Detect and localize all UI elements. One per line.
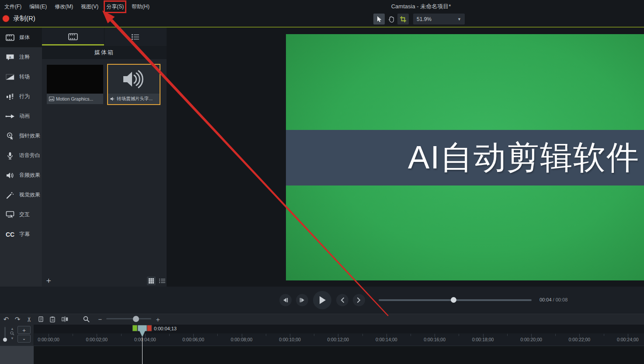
sidebar-item-11[interactable]: CC字幕 (0, 224, 42, 244)
split-button[interactable] (60, 315, 70, 324)
sidebar-item-label: 视觉效果 (19, 191, 40, 199)
ruler-tick (290, 334, 290, 337)
jump-forward-button[interactable] (353, 294, 365, 306)
ruler-marker-strip[interactable] (0, 325, 644, 333)
track-zoom-out-icon[interactable]: ▼ (10, 337, 15, 340)
track-height-slider[interactable] (4, 327, 6, 339)
sidebar-item-label: 行为 (19, 93, 30, 100)
tab-library[interactable] (104, 28, 166, 46)
speaker-icon (110, 97, 115, 101)
total-time: 00:08 (556, 297, 568, 302)
select-tool-button[interactable] (373, 14, 385, 24)
pan-tool-button[interactable] (386, 14, 397, 24)
ruler-label: 0:00:12;00 (327, 337, 349, 342)
record-button-label: 录制(R) (13, 14, 35, 23)
next-frame-button[interactable] (296, 294, 308, 306)
transition-icon (5, 73, 15, 81)
timeline-track-area[interactable] (0, 346, 644, 364)
ruler-tick (121, 334, 122, 336)
menu-item-6[interactable]: 帮助(H) (132, 3, 150, 10)
media-item[interactable]: Motion Graphics... (47, 65, 103, 104)
add-track-button[interactable]: ＋ (17, 326, 31, 334)
grid-view-button[interactable] (147, 276, 156, 285)
cc-icon: CC (5, 230, 15, 239)
timeline-zoom-slider[interactable] (106, 318, 151, 319)
minus-icon: − (98, 316, 102, 322)
track-height-slider-handle[interactable] (3, 338, 7, 342)
menu-item-1[interactable]: 文件(F) (4, 3, 21, 10)
ruler-tick (266, 334, 266, 336)
ruler-label: 0:00:00;00 (38, 337, 59, 342)
scissors-icon: ✂ (25, 316, 32, 322)
menu-item-2[interactable]: 编辑(E) (29, 3, 47, 10)
media-item[interactable]: 转场震撼片头字... (108, 65, 160, 104)
sidebar-item-5[interactable]: 动画 (0, 106, 42, 126)
sidebar-item-label: 媒体 (19, 34, 30, 41)
zoom-in-button[interactable]: ＋ (153, 315, 163, 324)
redo-icon: ↷ (15, 316, 21, 322)
jump-back-button[interactable] (336, 294, 348, 306)
sidebar-item-label: 语音旁白 (19, 152, 40, 159)
track-magnifier-icon (10, 331, 15, 336)
canvas-zoom-dropdown[interactable]: 51.9% ▼ (413, 14, 465, 24)
chevron-down-icon: ⌄ (22, 336, 26, 341)
redo-button[interactable]: ↷ (13, 315, 22, 324)
ruler-tick (242, 334, 242, 337)
ruler-tick (604, 334, 604, 336)
cut-button[interactable]: ✂ (24, 315, 34, 324)
ruler-tick (507, 334, 508, 336)
sidebar-item-7[interactable]: 语音旁白 (0, 146, 42, 165)
ruler-tick (435, 334, 435, 337)
ruler-tick (338, 334, 338, 337)
previous-frame-button[interactable] (279, 294, 292, 306)
sidebar-item-6[interactable]: 指针效果 (0, 126, 42, 146)
copy-button[interactable] (36, 315, 46, 324)
chevron-down-icon: ▼ (457, 17, 461, 21)
sidebar-item-8[interactable]: 音频效果 (0, 165, 42, 185)
media-thumbnail (108, 65, 160, 94)
paste-button[interactable] (48, 315, 57, 324)
zoom-out-button[interactable]: − (95, 315, 105, 324)
ruler-tick (386, 334, 387, 337)
sidebar-item-3[interactable]: 转场 (0, 67, 42, 87)
sidebar-item-2[interactable]: a注释 (0, 47, 42, 67)
step-back-icon (282, 298, 289, 303)
sidebar-item-1[interactable]: 媒体 (0, 28, 42, 47)
sidebar-item-4[interactable]: 行为 (0, 87, 42, 106)
timeline-zoom-slider-handle[interactable] (133, 316, 139, 322)
ruler-tick (217, 334, 218, 336)
record-row (0, 13, 644, 27)
video-title-band: AI自动剪辑软件 (286, 130, 644, 186)
window-title: Camtasia - 未命名项目* (349, 0, 493, 13)
collapse-tracks-button[interactable]: ⌄ (17, 335, 31, 343)
scrubber-handle[interactable] (451, 297, 456, 303)
plus-icon: ＋ (155, 316, 161, 322)
ruler-label: 0:00:08;00 (231, 337, 253, 342)
menu-item-3[interactable]: 修改(M) (55, 3, 73, 10)
ruler-tick (628, 334, 628, 337)
menu-item-5[interactable]: 分享(S) (106, 3, 124, 10)
record-button[interactable]: 录制(R) (3, 14, 35, 23)
sidebar-item-9[interactable]: 视觉效果 (0, 185, 42, 205)
playhead-time: 0:00:04;13 (154, 326, 177, 331)
add-media-button[interactable]: ＋ (44, 276, 53, 285)
sidebar-item-10[interactable]: 交互 (0, 205, 42, 224)
track-zoom-in-icon[interactable]: ▲ (10, 327, 15, 331)
split-icon (62, 316, 68, 322)
play-button[interactable] (313, 291, 331, 309)
annotation-icon: a (5, 53, 15, 62)
tab-media-bin[interactable] (42, 28, 104, 46)
ruler-tick (555, 334, 556, 336)
ruler-label: 0:00:20;00 (520, 337, 542, 342)
video-preview[interactable]: AI自动剪辑软件 (286, 34, 644, 280)
media-item-label: Motion Graphics... (56, 96, 93, 102)
canvas-stage[interactable]: AI自动剪辑软件 (167, 28, 644, 287)
crop-tool-button[interactable] (397, 14, 409, 24)
media-item-caption: 转场震撼片头字... (108, 94, 160, 104)
cursor-effects-icon (5, 132, 15, 140)
playhead-marker[interactable] (131, 325, 154, 339)
menu-item-4[interactable]: 视图(V) (81, 3, 98, 10)
undo-button[interactable]: ↶ (1, 315, 11, 324)
list-view-button[interactable] (158, 276, 167, 285)
timeline-zoom-button[interactable] (81, 315, 91, 324)
